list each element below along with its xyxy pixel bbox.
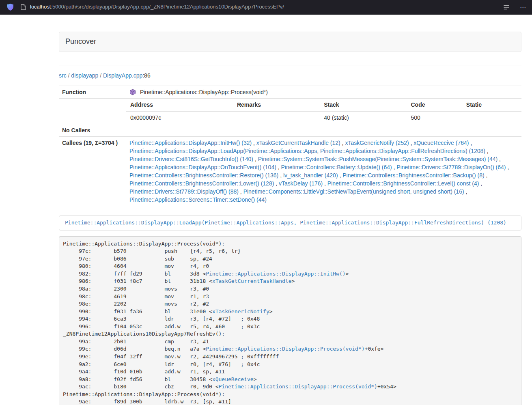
code-value: 500: [407, 111, 462, 124]
tracking-protection-shield-icon[interactable]: [6, 3, 15, 12]
callee-link[interactable]: Pinetime::Controllers::BrightnessControl…: [129, 172, 278, 179]
callee-link[interactable]: Pinetime::Controllers::Battery::Update()…: [281, 164, 392, 170]
callee-link[interactable]: Pinetime::Applications::Screens::Timer::…: [129, 196, 267, 203]
callee-link[interactable]: Pinetime::Applications::DisplayApp::Load…: [129, 148, 485, 154]
url-bar[interactable]: localhost:5000/path/src/displayapp/Displ…: [30, 3, 284, 11]
column-stack: Stack: [320, 99, 407, 111]
callee-link[interactable]: xQueueReceive (764): [414, 140, 469, 146]
function-detail-row: Address Remarks Stack Code Static 0x0000…: [59, 99, 521, 124]
disassembly-symbol-link[interactable]: Pinetime::Applications::DisplayApp::Init…: [206, 271, 345, 277]
function-name: Pinetime::Applications::DisplayApp::Proc…: [140, 89, 268, 95]
empty-rowhead: [59, 99, 126, 124]
disassembly-symbol-link[interactable]: Pinetime::Applications::DisplayApp::Proc…: [206, 346, 364, 352]
breadcrumb-separator: /: [67, 72, 71, 79]
callee-link[interactable]: Pinetime::Controllers::BrightnessControl…: [129, 180, 274, 187]
no-callers-row: No Callers: [59, 124, 521, 137]
callee-link[interactable]: lv_task_handler (420): [283, 172, 338, 179]
disassembly-symbol-link[interactable]: Pinetime::Applications::DisplayApp::Proc…: [219, 383, 377, 390]
symbol-box-link[interactable]: Pinetime::Applications::DisplayApp::Load…: [65, 220, 506, 226]
function-table: Function Pinetime::Applications::Display…: [59, 86, 521, 206]
callee-link[interactable]: Pinetime::System::SystemTask::PushMessag…: [258, 156, 498, 162]
disassembly-symbol-link[interactable]: xTaskGenericNotify: [212, 308, 269, 315]
no-callers-cell: [126, 124, 521, 137]
function-label: Function: [59, 86, 126, 99]
breadcrumb-link[interactable]: displayapp: [71, 72, 98, 79]
callee-link[interactable]: xTaskGetCurrentTaskHandle (12): [256, 140, 340, 146]
no-callers-label: No Callers: [59, 124, 126, 137]
brand-link[interactable]: Puncover: [59, 37, 102, 47]
callee-link[interactable]: Pinetime::Applications::DisplayApp::OnTo…: [129, 164, 276, 170]
column-remarks: Remarks: [233, 99, 320, 111]
overflow-menu-icon[interactable]: ⋯: [520, 3, 527, 12]
callee-link[interactable]: Pinetime::Drivers::Cst816S::GetTouchInfo…: [129, 156, 253, 162]
url-host: localhost: [30, 4, 51, 10]
detail-cell: Address Remarks Stack Code Static 0x0000…: [126, 99, 521, 124]
disassembly-symbol-link[interactable]: xTaskGetCurrentTaskHandle: [212, 278, 292, 284]
breadcrumb-link[interactable]: DisplayApp.cpp: [103, 72, 142, 79]
page-info-icon[interactable]: [19, 3, 28, 12]
function-row: Function Pinetime::Applications::Display…: [59, 86, 521, 99]
callee-link[interactable]: Pinetime::Components::LittleVgl::SetNewT…: [243, 188, 464, 195]
callee-link[interactable]: Pinetime::Applications::DisplayApp::Init…: [129, 140, 252, 146]
disassembly-code: Pinetime::Applications::DisplayApp::Proc…: [59, 236, 521, 405]
reader-view-icon[interactable]: [502, 3, 511, 12]
remarks-value: [233, 111, 320, 124]
divider: [59, 65, 521, 65]
callee-link[interactable]: xTaskGenericNotify (252): [345, 140, 409, 146]
callees-label: Callees (19, Σ=3704 ): [59, 137, 126, 206]
column-code: Code: [407, 99, 462, 111]
breadcrumb-separator: /: [98, 72, 103, 79]
detail-value-row: 0x0000097c 40 (static) 500: [126, 111, 521, 124]
address-value: 0x0000097c: [126, 111, 233, 124]
static-value: [462, 111, 521, 124]
callee-link[interactable]: Pinetime::Controllers::BrightnessControl…: [327, 180, 479, 187]
callee-link[interactable]: Pinetime::Controllers::BrightnessControl…: [342, 172, 484, 179]
page-container: Puncover src / displayapp / DisplayApp.c…: [59, 32, 521, 405]
column-address: Address: [126, 99, 233, 111]
callee-link[interactable]: vTaskDelay (176): [279, 180, 323, 187]
function-name-cell: Pinetime::Applications::DisplayApp::Proc…: [126, 86, 521, 99]
navbar: Puncover: [59, 32, 521, 52]
callee-link[interactable]: Pinetime::Drivers::St7789::DisplayOff() …: [129, 188, 239, 195]
disassembly-symbol-link[interactable]: xQueueReceive: [212, 376, 254, 382]
detail-header-row: Address Remarks Stack Code Static: [126, 99, 521, 111]
breadcrumb: src / displayapp / DisplayApp.cpp:86: [59, 71, 521, 80]
method-icon: [129, 89, 140, 95]
stack-value: 40 (static): [320, 111, 407, 124]
callees-row: Callees (19, Σ=3704 ) Pinetime::Applicat…: [59, 137, 521, 206]
column-static: Static: [462, 99, 521, 111]
detail-table: Address Remarks Stack Code Static 0x0000…: [126, 99, 521, 124]
breadcrumb-line-number: :86: [142, 72, 150, 79]
callees-list: Pinetime::Applications::DisplayApp::Init…: [126, 137, 521, 206]
breadcrumb-link[interactable]: src: [59, 72, 67, 79]
callee-link[interactable]: Pinetime::Drivers::St7789::DisplayOn() (…: [396, 164, 506, 170]
browser-toolbar: localhost:5000/path/src/displayapp/Displ…: [0, 0, 532, 15]
url-path: :5000/path/src/displayapp/DisplayApp.cpp…: [51, 4, 284, 10]
symbol-box: Pinetime::Applications::DisplayApp::Load…: [59, 215, 521, 231]
